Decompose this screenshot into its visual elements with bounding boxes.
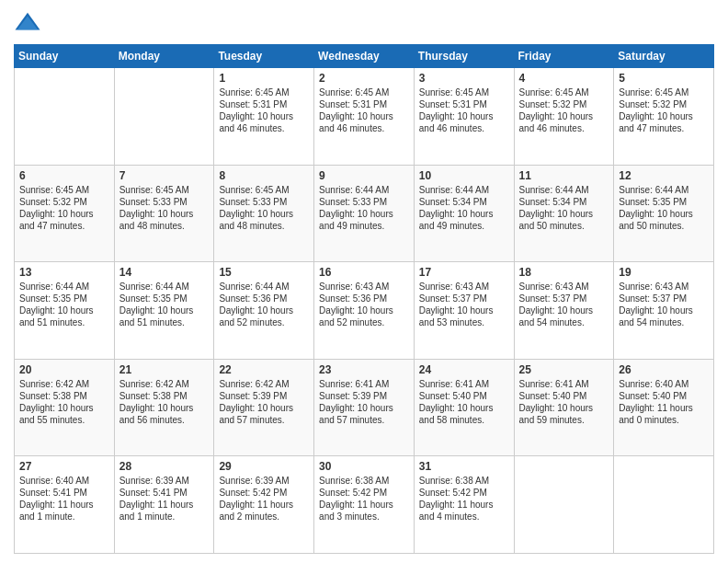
day-number: 1 [219, 72, 309, 85]
day-info: Sunrise: 6:43 AM Sunset: 5:37 PM Dayligh… [619, 281, 709, 328]
day-number: 31 [419, 460, 509, 473]
day-info: Sunrise: 6:44 AM Sunset: 5:35 PM Dayligh… [119, 281, 210, 328]
day-number: 17 [419, 266, 509, 279]
logo [14, 9, 45, 37]
day-number: 10 [419, 169, 509, 182]
calendar-cell [15, 68, 115, 166]
day-info: Sunrise: 6:40 AM Sunset: 5:41 PM Dayligh… [19, 475, 109, 523]
day-number: 13 [19, 266, 109, 279]
day-info: Sunrise: 6:41 AM Sunset: 5:39 PM Dayligh… [319, 378, 409, 426]
day-number: 14 [119, 266, 210, 279]
day-number: 12 [619, 169, 709, 182]
logo-icon [14, 9, 41, 37]
weekday-header-friday: Friday [514, 45, 614, 68]
calendar-header: SundayMondayTuesdayWednesdayThursdayFrid… [15, 45, 714, 68]
calendar-cell: 3Sunrise: 6:45 AM Sunset: 5:31 PM Daylig… [414, 68, 514, 166]
calendar-cell: 31Sunrise: 6:38 AM Sunset: 5:42 PM Dayli… [414, 456, 514, 554]
day-info: Sunrise: 6:45 AM Sunset: 5:33 PM Dayligh… [119, 184, 210, 232]
calendar-cell: 9Sunrise: 6:44 AM Sunset: 5:33 PM Daylig… [314, 165, 415, 262]
page: SundayMondayTuesdayWednesdayThursdayFrid… [0, 0, 728, 563]
calendar-week-1: 1Sunrise: 6:45 AM Sunset: 5:31 PM Daylig… [15, 68, 714, 166]
calendar-cell [114, 68, 214, 166]
calendar-cell: 21Sunrise: 6:42 AM Sunset: 5:38 PM Dayli… [114, 359, 214, 456]
day-number: 21 [119, 363, 210, 376]
calendar-cell: 11Sunrise: 6:44 AM Sunset: 5:34 PM Dayli… [514, 165, 614, 262]
header [14, 9, 714, 37]
day-number: 4 [519, 72, 609, 85]
day-number: 20 [19, 363, 109, 376]
day-number: 30 [319, 460, 409, 473]
calendar-body: 1Sunrise: 6:45 AM Sunset: 5:31 PM Daylig… [15, 68, 714, 554]
day-number: 5 [619, 72, 709, 85]
weekday-header-saturday: Saturday [614, 45, 714, 68]
calendar-cell: 13Sunrise: 6:44 AM Sunset: 5:35 PM Dayli… [15, 262, 115, 360]
day-number: 19 [619, 266, 709, 279]
weekday-header-monday: Monday [114, 45, 214, 68]
day-info: Sunrise: 6:42 AM Sunset: 5:38 PM Dayligh… [19, 378, 109, 426]
day-number: 22 [219, 363, 309, 376]
calendar-week-4: 20Sunrise: 6:42 AM Sunset: 5:38 PM Dayli… [15, 359, 714, 456]
day-number: 24 [419, 363, 509, 376]
calendar-cell: 27Sunrise: 6:40 AM Sunset: 5:41 PM Dayli… [15, 456, 115, 554]
day-info: Sunrise: 6:45 AM Sunset: 5:31 PM Dayligh… [219, 86, 309, 134]
calendar-cell: 26Sunrise: 6:40 AM Sunset: 5:40 PM Dayli… [614, 359, 714, 456]
calendar-cell: 17Sunrise: 6:43 AM Sunset: 5:37 PM Dayli… [414, 262, 514, 360]
calendar-cell: 8Sunrise: 6:45 AM Sunset: 5:33 PM Daylig… [214, 165, 314, 262]
day-info: Sunrise: 6:45 AM Sunset: 5:31 PM Dayligh… [319, 86, 409, 134]
weekday-header-thursday: Thursday [414, 45, 514, 68]
weekday-header-wednesday: Wednesday [314, 45, 415, 68]
calendar-cell: 30Sunrise: 6:38 AM Sunset: 5:42 PM Dayli… [314, 456, 415, 554]
calendar-week-3: 13Sunrise: 6:44 AM Sunset: 5:35 PM Dayli… [15, 262, 714, 360]
day-number: 3 [419, 72, 509, 85]
day-number: 11 [519, 169, 609, 182]
day-info: Sunrise: 6:43 AM Sunset: 5:37 PM Dayligh… [519, 281, 609, 328]
calendar-cell: 1Sunrise: 6:45 AM Sunset: 5:31 PM Daylig… [214, 68, 314, 166]
day-info: Sunrise: 6:41 AM Sunset: 5:40 PM Dayligh… [419, 378, 509, 426]
day-info: Sunrise: 6:39 AM Sunset: 5:42 PM Dayligh… [219, 475, 309, 523]
calendar-cell: 18Sunrise: 6:43 AM Sunset: 5:37 PM Dayli… [514, 262, 614, 360]
day-info: Sunrise: 6:44 AM Sunset: 5:35 PM Dayligh… [19, 281, 109, 328]
day-info: Sunrise: 6:43 AM Sunset: 5:37 PM Dayligh… [419, 281, 509, 328]
day-number: 23 [319, 363, 409, 376]
calendar-cell: 29Sunrise: 6:39 AM Sunset: 5:42 PM Dayli… [214, 456, 314, 554]
calendar-cell [514, 456, 614, 554]
calendar-cell: 7Sunrise: 6:45 AM Sunset: 5:33 PM Daylig… [114, 165, 214, 262]
calendar-cell: 6Sunrise: 6:45 AM Sunset: 5:32 PM Daylig… [15, 165, 115, 262]
day-info: Sunrise: 6:38 AM Sunset: 5:42 PM Dayligh… [319, 475, 409, 523]
calendar-cell: 5Sunrise: 6:45 AM Sunset: 5:32 PM Daylig… [614, 68, 714, 166]
calendar-week-2: 6Sunrise: 6:45 AM Sunset: 5:32 PM Daylig… [15, 165, 714, 262]
day-info: Sunrise: 6:45 AM Sunset: 5:32 PM Dayligh… [19, 184, 109, 232]
day-info: Sunrise: 6:42 AM Sunset: 5:38 PM Dayligh… [119, 378, 210, 426]
day-number: 9 [319, 169, 409, 182]
calendar-cell [614, 456, 714, 554]
calendar-cell: 12Sunrise: 6:44 AM Sunset: 5:35 PM Dayli… [614, 165, 714, 262]
calendar-cell: 16Sunrise: 6:43 AM Sunset: 5:36 PM Dayli… [314, 262, 415, 360]
day-number: 15 [219, 266, 309, 279]
calendar-cell: 15Sunrise: 6:44 AM Sunset: 5:36 PM Dayli… [214, 262, 314, 360]
day-info: Sunrise: 6:45 AM Sunset: 5:32 PM Dayligh… [619, 86, 709, 134]
day-number: 8 [219, 169, 309, 182]
day-info: Sunrise: 6:45 AM Sunset: 5:32 PM Dayligh… [519, 86, 609, 134]
day-number: 18 [519, 266, 609, 279]
calendar-cell: 14Sunrise: 6:44 AM Sunset: 5:35 PM Dayli… [114, 262, 214, 360]
day-info: Sunrise: 6:43 AM Sunset: 5:36 PM Dayligh… [319, 281, 409, 328]
day-info: Sunrise: 6:38 AM Sunset: 5:42 PM Dayligh… [419, 475, 509, 523]
day-info: Sunrise: 6:44 AM Sunset: 5:35 PM Dayligh… [619, 184, 709, 232]
day-info: Sunrise: 6:44 AM Sunset: 5:36 PM Dayligh… [219, 281, 309, 328]
day-info: Sunrise: 6:44 AM Sunset: 5:34 PM Dayligh… [419, 184, 509, 232]
day-number: 29 [219, 460, 309, 473]
day-number: 26 [619, 363, 709, 376]
day-info: Sunrise: 6:39 AM Sunset: 5:41 PM Dayligh… [119, 475, 210, 523]
weekday-header-tuesday: Tuesday [214, 45, 314, 68]
calendar-cell: 23Sunrise: 6:41 AM Sunset: 5:39 PM Dayli… [314, 359, 415, 456]
calendar-cell: 24Sunrise: 6:41 AM Sunset: 5:40 PM Dayli… [414, 359, 514, 456]
calendar-week-5: 27Sunrise: 6:40 AM Sunset: 5:41 PM Dayli… [15, 456, 714, 554]
day-info: Sunrise: 6:45 AM Sunset: 5:31 PM Dayligh… [419, 86, 509, 134]
day-number: 2 [319, 72, 409, 85]
calendar-cell: 10Sunrise: 6:44 AM Sunset: 5:34 PM Dayli… [414, 165, 514, 262]
calendar-cell: 2Sunrise: 6:45 AM Sunset: 5:31 PM Daylig… [314, 68, 415, 166]
day-info: Sunrise: 6:45 AM Sunset: 5:33 PM Dayligh… [219, 184, 309, 232]
calendar-cell: 20Sunrise: 6:42 AM Sunset: 5:38 PM Dayli… [15, 359, 115, 456]
calendar-cell: 19Sunrise: 6:43 AM Sunset: 5:37 PM Dayli… [614, 262, 714, 360]
day-info: Sunrise: 6:44 AM Sunset: 5:34 PM Dayligh… [519, 184, 609, 232]
